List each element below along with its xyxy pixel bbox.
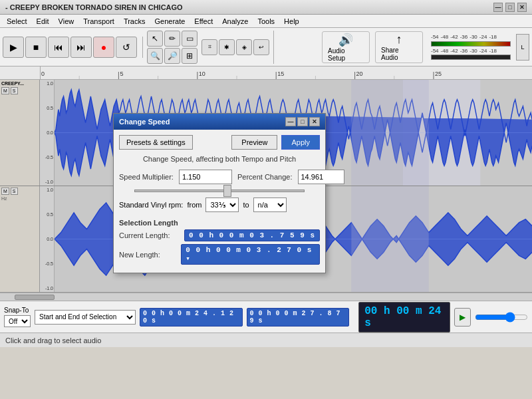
main-content: CREEPY... M S 1.0 0.5 0.0 -0.5 -1.0 xyxy=(0,80,532,293)
dialog-minimize-button[interactable]: — xyxy=(285,117,296,126)
dialog-body: Presets & settings Preview Apply Change … xyxy=(114,130,325,273)
record-button[interactable]: ● xyxy=(93,37,114,58)
zoom-in-tool[interactable]: 🔍 xyxy=(147,48,163,64)
bottom-play-button[interactable]: ▶ xyxy=(454,308,471,327)
db-marker: -36 xyxy=(460,48,468,54)
db-marker: -18 xyxy=(489,48,497,54)
vinyl-to-label: to xyxy=(243,201,249,209)
trim-tool[interactable]: ⌗ xyxy=(201,39,217,55)
vinyl-row: Standard Vinyl rpm: from 33⅓ 45 78 to n/… xyxy=(119,198,320,212)
track-1-mute[interactable]: M xyxy=(1,87,9,94)
draw-tool[interactable]: ◈ xyxy=(236,39,252,55)
menu-transport[interactable]: Transport xyxy=(79,16,118,27)
dialog-button-row: Presets & settings Preview Apply xyxy=(119,135,320,150)
menu-tools[interactable]: Tools xyxy=(253,16,279,27)
db-marker: -42 xyxy=(450,34,458,40)
vinyl-from-label: from xyxy=(187,201,201,209)
menu-tracks[interactable]: Tracks xyxy=(120,16,150,27)
menu-analyze[interactable]: Analyze xyxy=(218,16,252,27)
stop-button[interactable]: ■ xyxy=(25,37,47,58)
share-audio-button[interactable]: ↑ Share Audio xyxy=(375,31,423,63)
scroll-thumb[interactable] xyxy=(15,295,55,300)
db-marker: -36 xyxy=(460,34,468,40)
dialog-titlebar-buttons: — □ ✕ xyxy=(285,117,320,126)
cursor-tool[interactable]: ↖ xyxy=(147,31,163,47)
snap-off-select[interactable]: Off xyxy=(4,315,31,327)
play-button[interactable]: ▶ xyxy=(3,37,24,58)
vinyl-to-select[interactable]: n/a 33⅓ 45 78 xyxy=(253,198,287,212)
minimize-button[interactable]: — xyxy=(493,3,503,12)
menubar: Select Edit View Transport Tracks Genera… xyxy=(0,15,532,28)
svg-text:25: 25 xyxy=(435,70,442,77)
preview-button[interactable]: Preview xyxy=(231,135,277,150)
svg-text:20: 20 xyxy=(356,70,363,77)
dialog-close-button[interactable]: ✕ xyxy=(309,117,320,126)
db-marker: -30 xyxy=(469,34,477,40)
track-2-mute[interactable]: M xyxy=(1,188,9,195)
toolbar-right: 🔊 Audio Setup ↑ Share Audio -54 -48 -42 … xyxy=(322,31,529,63)
volume-slider[interactable] xyxy=(475,312,528,323)
share-audio-icon: ↑ xyxy=(396,33,402,47)
db-marker: -48 xyxy=(441,34,449,40)
db-meter: -54 -48 -42 -36 -30 -24 -18 -54 -48 -42 … xyxy=(431,34,511,60)
audio-setup-label: Audio Setup xyxy=(328,47,364,62)
close-button[interactable]: ✕ xyxy=(517,3,527,12)
track-1-scale: 1.0 0.5 0.0 -0.5 -1.0 xyxy=(40,80,55,186)
speed-slider[interactable] xyxy=(134,190,305,192)
percent-change-input[interactable] xyxy=(298,170,344,184)
dialog-maximize-button[interactable]: □ xyxy=(297,117,308,126)
menu-view[interactable]: View xyxy=(55,16,78,27)
menu-help[interactable]: Help xyxy=(280,16,303,27)
snap-group: Snap-To Off xyxy=(4,307,31,327)
db-marker: -54 xyxy=(431,34,439,40)
selection-mode-select[interactable]: Start and End of Selection xyxy=(35,310,136,325)
menu-edit[interactable]: Edit xyxy=(33,16,53,27)
dialog-description: Change Speed, affecting both Tempo and P… xyxy=(119,155,320,163)
db-marker: -24 xyxy=(479,48,487,54)
zoom-out-tool[interactable]: 🔎 xyxy=(164,48,180,64)
titlebar-text: - CREEPY BROKEN TORNADO SIREN IN CHICAGO xyxy=(5,3,183,11)
time-end-display[interactable]: 0 0 h 0 0 m 2 7 . 8 7 9 s xyxy=(247,308,350,327)
new-length-label: New Length: xyxy=(119,251,176,259)
multi-tool[interactable]: ⊞ xyxy=(182,48,198,64)
horizontal-scrollbar[interactable] xyxy=(0,293,532,301)
db-marker: -18 xyxy=(489,34,497,40)
apply-button[interactable]: Apply xyxy=(281,135,320,150)
new-length-display[interactable]: 0 0 h 0 0 m 0 3 . 2 7 0 s ▾ xyxy=(181,244,320,265)
track-1-controls: CREEPY... M S xyxy=(0,80,40,186)
audio-setup-button[interactable]: 🔊 Audio Setup xyxy=(322,31,370,63)
selection-length-section: Selection Length Current Length: 0 0 h 0… xyxy=(119,219,320,265)
transport-controls: ▶ ■ ⏮ ⏭ ● ↺ xyxy=(3,37,143,58)
undo-tool[interactable]: ↩ xyxy=(253,39,269,55)
vinyl-from-select[interactable]: 33⅓ 45 78 xyxy=(205,198,239,212)
time-start-display[interactable]: 0 0 h 0 0 m 2 4 . 1 2 0 s xyxy=(140,308,243,327)
speed-multiplier-label: Speed Multiplier: xyxy=(119,173,174,181)
presets-settings-button[interactable]: Presets & settings xyxy=(119,135,193,150)
skip-end-button[interactable]: ⏭ xyxy=(70,37,92,58)
statusbar: Click and drag to select audio xyxy=(0,332,532,347)
select-tool[interactable]: ▭ xyxy=(182,31,198,47)
bottombar: Snap-To Off Start and End of Selection 0… xyxy=(0,301,532,332)
silence-tool[interactable]: ✱ xyxy=(219,39,235,55)
db-marker: -42 xyxy=(450,48,458,54)
skip-start-button[interactable]: ⏮ xyxy=(48,37,69,58)
maximize-button[interactable]: □ xyxy=(505,3,515,12)
track-1-solo[interactable]: S xyxy=(11,87,18,94)
svg-text:5: 5 xyxy=(120,70,123,77)
current-length-label: Current Length: xyxy=(119,231,179,239)
speed-multiplier-input[interactable] xyxy=(179,170,232,184)
menu-select[interactable]: Select xyxy=(3,16,31,27)
current-length-display: 0 0 h 0 0 m 0 3 . 7 5 9 s xyxy=(184,229,320,241)
level-btn[interactable]: L xyxy=(516,34,529,61)
toolbar: ▶ ■ ⏮ ⏭ ● ↺ ↖ ✏ ▭ 🔍 🔎 ⊞ ⌗ ✱ ◈ ↩ xyxy=(0,28,532,66)
menu-effect[interactable]: Effect xyxy=(190,16,217,27)
vinyl-label: Standard Vinyl rpm: xyxy=(119,201,183,209)
track-2-solo[interactable]: S xyxy=(11,188,18,195)
titlebar: - CREEPY BROKEN TORNADO SIREN IN CHICAGO… xyxy=(0,0,532,15)
svg-rect-23 xyxy=(351,186,428,292)
svg-text:15: 15 xyxy=(277,70,284,77)
loop-button[interactable]: ↺ xyxy=(116,37,137,58)
menu-generate[interactable]: Generate xyxy=(150,16,189,27)
percent-change-label: Percent Change: xyxy=(237,173,293,181)
pencil-tool[interactable]: ✏ xyxy=(164,31,180,47)
